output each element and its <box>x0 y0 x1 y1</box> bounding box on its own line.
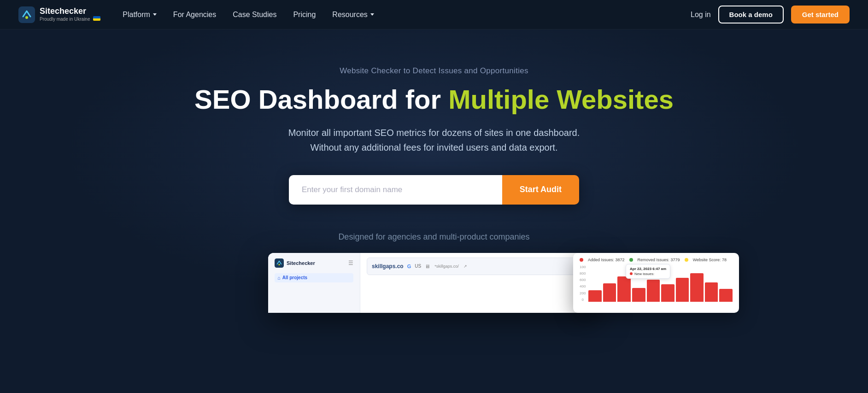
country-label: US <box>415 264 421 269</box>
designed-for-label: Designed for agencies and multi-product … <box>338 232 529 242</box>
get-started-button[interactable]: Get started <box>791 6 850 23</box>
chart-tooltip: Apr 22, 2023 6:47 am New issues: <box>626 264 670 279</box>
dashboard-sidebar: Sitechecker ☰ ⌂ All projects <box>268 253 360 313</box>
domain-search-bar: Start Audit <box>289 175 579 205</box>
logo-text: Sitechecker Proudly made in Ukraine <box>40 7 100 22</box>
tooltip-date: Apr 22, 2023 6:47 am <box>630 267 666 271</box>
dashboard-window: Sitechecker ☰ ⌂ All projects skillgaps.c… <box>268 253 600 313</box>
book-demo-button[interactable]: Book a demo <box>718 6 784 23</box>
navbar-right: Log in Book a demo Get started <box>691 6 850 23</box>
chevron-down-icon <box>153 13 157 16</box>
navbar-left: Sitechecker Proudly made in Ukraine Plat… <box>18 6 374 23</box>
start-audit-button[interactable]: Start Audit <box>502 175 579 205</box>
nav-item-resources[interactable]: Resources <box>332 11 374 19</box>
tooltip-row: New issues: <box>630 272 666 276</box>
chart-bar <box>603 283 616 302</box>
domain-sub: *skillgaps.co/ <box>434 264 459 269</box>
domain-name: skillgaps.co <box>372 263 404 270</box>
domain-bar: skillgaps.co G US 🖥 *skillgaps.co/ ↗ <box>367 258 593 275</box>
hamburger-icon[interactable]: ☰ <box>348 260 353 266</box>
svg-point-3 <box>278 264 280 265</box>
dashboard-all-projects-item[interactable]: ⌂ All projects <box>275 273 353 282</box>
nav-link-agencies[interactable]: For Agencies <box>173 11 216 19</box>
chart-legend: Added Issues: 3872 Removed Issues: 3779 … <box>580 258 733 262</box>
nav-item-pricing[interactable]: Pricing <box>293 11 316 19</box>
chart-area: 100 800 600 400 200 0 <box>580 265 733 302</box>
hero-title: SEO Dashboard for Multiple Websites <box>194 85 674 114</box>
svg-rect-0 <box>18 6 35 23</box>
dashboard-brand-name: Sitechecker <box>287 260 315 266</box>
legend-dot-removed <box>629 258 633 262</box>
chart-bar <box>617 276 631 302</box>
monitor-icon: 🖥 <box>425 264 430 269</box>
nav-item-agencies[interactable]: For Agencies <box>173 11 216 19</box>
ukraine-flag-icon <box>93 16 100 21</box>
nav-item-case-studies[interactable]: Case Studies <box>233 11 276 19</box>
dashboard-preview: Sitechecker ☰ ⌂ All projects skillgaps.c… <box>0 253 868 313</box>
nav-link-case-studies[interactable]: Case Studies <box>233 11 276 19</box>
dashboard-main: skillgaps.co G US 🖥 *skillgaps.co/ ↗ <box>360 253 600 284</box>
hero-title-part1: SEO Dashboard for <box>194 84 448 114</box>
nav-link-platform[interactable]: Platform <box>123 11 157 19</box>
hero-title-highlight: Multiple Websites <box>448 84 674 114</box>
nav-link-resources[interactable]: Resources <box>332 11 374 19</box>
login-button[interactable]: Log in <box>691 11 711 19</box>
logo[interactable]: Sitechecker Proudly made in Ukraine <box>18 6 100 23</box>
legend-dot-added <box>580 258 583 262</box>
hero-subtitle: Monitor all important SEO metrics for do… <box>288 125 580 155</box>
hero-section: Website Checker to Detect Issues and Opp… <box>0 29 868 331</box>
home-icon: ⌂ <box>277 275 281 281</box>
brand-name: Sitechecker <box>40 7 100 16</box>
tooltip-dot <box>630 272 633 275</box>
chevron-down-icon <box>370 13 374 16</box>
legend-label-removed: Removed Issues: 3779 <box>638 258 680 262</box>
navbar: Sitechecker Proudly made in Ukraine Plat… <box>0 0 868 29</box>
chart-bar <box>719 289 733 302</box>
domain-input[interactable] <box>289 175 502 205</box>
chart-bar <box>588 290 602 302</box>
chart-bar <box>632 288 645 302</box>
svg-point-1 <box>25 16 28 19</box>
google-badge: G <box>407 264 411 269</box>
chart-bar <box>661 284 674 302</box>
chart-bar <box>705 282 718 302</box>
legend-dot-score <box>685 258 688 262</box>
sitechecker-logo-icon <box>18 6 35 23</box>
hero-tagline: Website Checker to Detect Issues and Opp… <box>340 66 528 76</box>
chart-bar <box>690 273 704 302</box>
legend-label-added: Added Issues: 3872 <box>588 258 625 262</box>
nav-item-platform[interactable]: Platform <box>123 11 157 19</box>
nav-links: Platform For Agencies Case Studies Prici… <box>123 11 374 19</box>
svg-rect-2 <box>275 258 284 268</box>
y-axis: 100 800 600 400 200 0 <box>580 265 587 302</box>
chart-bar <box>647 280 660 302</box>
chart-panel: Added Issues: 3872 Removed Issues: 3779 … <box>573 253 739 313</box>
chart-bar <box>676 278 689 302</box>
nav-link-pricing[interactable]: Pricing <box>293 11 316 19</box>
dashboard-logo-icon <box>275 258 284 268</box>
external-link-icon: ↗ <box>463 264 467 269</box>
dashboard-logo-row: Sitechecker ☰ <box>275 258 353 268</box>
legend-label-score: Website Score: 78 <box>693 258 727 262</box>
brand-subtitle: Proudly made in Ukraine <box>40 16 100 22</box>
